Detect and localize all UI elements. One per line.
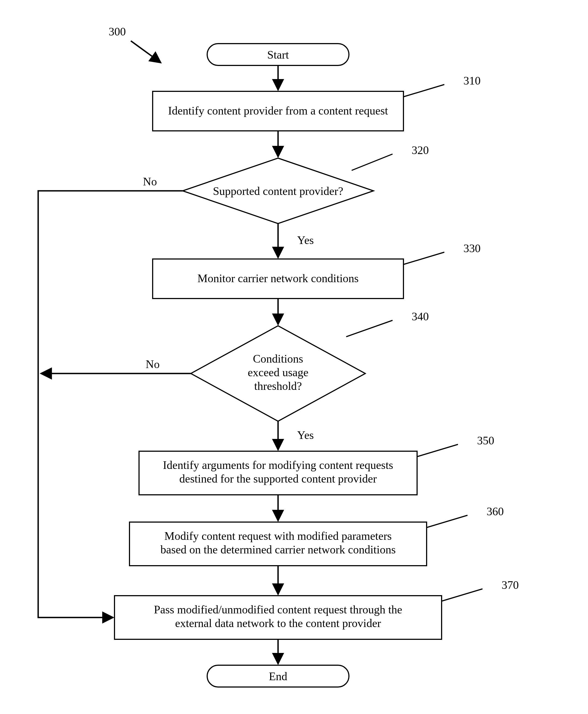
ref-330: 330 bbox=[463, 242, 481, 255]
decision-340-line2: exceed usage bbox=[248, 366, 309, 379]
process-360: Modify content request with modified par… bbox=[129, 522, 427, 566]
edge-320-no bbox=[38, 191, 183, 469]
edge-340-no-label: No bbox=[146, 358, 160, 371]
decision-340-line1: Conditions bbox=[253, 353, 303, 365]
process-310-text: Identify content provider from a content… bbox=[168, 104, 388, 117]
ref-320: 320 bbox=[412, 144, 429, 156]
ref-350: 350 bbox=[477, 434, 494, 447]
decision-320: Supported content provider? bbox=[183, 158, 374, 224]
edge-320-no-label: No bbox=[143, 175, 157, 188]
ref-310-leader bbox=[403, 85, 444, 97]
start-label: Start bbox=[267, 48, 289, 61]
ref-370: 370 bbox=[502, 579, 519, 591]
process-330: Monitor carrier network conditions bbox=[153, 259, 403, 298]
ref-360: 360 bbox=[487, 505, 504, 518]
process-310: Identify content provider from a content… bbox=[153, 91, 403, 131]
decision-320-text: Supported content provider? bbox=[213, 185, 343, 197]
figure-ref-arrow bbox=[131, 41, 161, 63]
process-330-text: Monitor carrier network conditions bbox=[197, 272, 358, 285]
edge-340-yes-label: Yes bbox=[297, 429, 314, 441]
edge-320-yes-label: Yes bbox=[297, 234, 314, 247]
process-370: Pass modified/unmodified content request… bbox=[114, 596, 442, 639]
flowchart-diagram: 300 Start Identify content provider from… bbox=[0, 0, 588, 714]
ref-310: 310 bbox=[463, 75, 481, 87]
ref-340-leader bbox=[346, 320, 393, 337]
decision-340: Conditions exceed usage threshold? bbox=[191, 326, 365, 421]
figure-ref-300: 300 bbox=[109, 25, 126, 38]
ref-360-leader bbox=[427, 515, 467, 527]
process-360-line1: Modify content request with modified par… bbox=[164, 530, 392, 542]
process-350-line1: Identify arguments for modifying content… bbox=[163, 459, 393, 471]
end-node: End bbox=[207, 665, 349, 687]
ref-370-leader bbox=[442, 589, 483, 601]
process-370-line1: Pass modified/unmodified content request… bbox=[154, 603, 402, 616]
ref-350-leader bbox=[417, 444, 458, 457]
ref-330-leader bbox=[403, 252, 444, 265]
ref-340: 340 bbox=[412, 310, 429, 323]
process-370-line2: external data network to the content pro… bbox=[175, 617, 381, 629]
left-bus-to-370 bbox=[38, 469, 113, 617]
process-360-line2: based on the determined carrier network … bbox=[160, 543, 396, 556]
end-label: End bbox=[269, 670, 287, 682]
decision-340-line3: threshold? bbox=[254, 380, 302, 392]
process-350-line2: destined for the supported content provi… bbox=[180, 472, 377, 485]
process-350: Identify arguments for modifying content… bbox=[139, 451, 417, 495]
ref-320-leader bbox=[352, 154, 393, 170]
start-node: Start bbox=[207, 44, 349, 65]
